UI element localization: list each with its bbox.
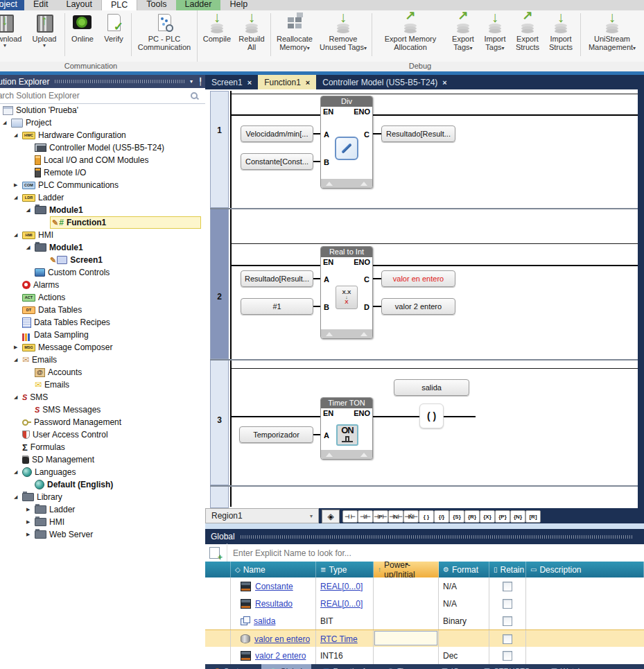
retain-checkbox[interactable] xyxy=(503,634,512,644)
tag-resultado-in[interactable]: Resultado[Result... xyxy=(241,270,313,287)
table-row[interactable]: Constante REAL[0...0] N/A xyxy=(205,577,644,596)
col-description[interactable]: ▭Description xyxy=(526,562,644,577)
tree-item-library[interactable]: ◢Library xyxy=(0,491,205,503)
tag-type-link[interactable]: REAL[0...0] xyxy=(320,582,363,591)
retain-checkbox[interactable] xyxy=(503,651,512,661)
tree-item-data-sampling[interactable]: Data Sampling xyxy=(0,329,205,341)
tree-item-controller-model[interactable]: Controller Model (US5-B5-T24) xyxy=(0,141,205,154)
tree-item-hmi-module1[interactable]: ◢Module1 xyxy=(0,241,205,254)
tree-item-custom-controls[interactable]: Custom Controls xyxy=(0,266,205,279)
tree-item-languages[interactable]: ◢Languages xyxy=(0,466,205,478)
rebuild-all-button[interactable]: ↓ Rebuild All xyxy=(234,12,269,51)
tree-item-screen1[interactable]: ✎Screen1 xyxy=(0,254,205,266)
ladder-tool-contact-n[interactable]: ⊣N⊢ xyxy=(388,510,403,523)
tag-temporizador[interactable]: Temporizador xyxy=(239,426,313,443)
collapse-arrow-icon[interactable] xyxy=(360,453,367,457)
tree-item-sms-messages[interactable]: SSMS Messages xyxy=(0,403,205,416)
export-memory-allocation-button[interactable]: ↗ Export Memory Allocation xyxy=(374,12,447,51)
tree-item-alarms[interactable]: Alarms xyxy=(0,279,205,291)
col-powerup-sorted[interactable]: ▴↑Power-up/Initial xyxy=(374,562,439,577)
collapse-arrow-icon[interactable] xyxy=(360,332,367,336)
panel-menu-caret-icon[interactable]: ▾ xyxy=(190,78,193,85)
powerup-cell[interactable] xyxy=(374,595,439,612)
col-rowselect[interactable] xyxy=(205,562,231,577)
ladder-tool-contact-no[interactable]: ⊣ ⊢ xyxy=(342,510,358,523)
pin-panel-icon[interactable]: ╿ xyxy=(198,78,202,85)
powerup-cell[interactable] xyxy=(374,647,439,664)
tag-name-link[interactable]: Constante xyxy=(255,582,293,591)
tree-item-plc-communications[interactable]: ▶COMPLC Communications xyxy=(0,179,205,191)
tags-tab-system[interactable]: System xyxy=(205,664,259,669)
tag-salida[interactable]: salida xyxy=(394,379,469,396)
verify-button[interactable]: Verify xyxy=(98,12,129,43)
download-button[interactable]: ↓ Download ▾ xyxy=(0,12,26,48)
tag-valor-2-entero[interactable]: valor 2 entero xyxy=(381,298,455,315)
tag-type-link[interactable]: RTC Time xyxy=(320,634,358,644)
tags-tab-global[interactable]: Global xyxy=(261,664,311,669)
tags-tab-ios[interactable]: IOs xyxy=(433,664,472,669)
unistream-management-button[interactable]: ↓ UniStream Management▾ xyxy=(583,12,641,51)
tags-tab-watch[interactable]: Watch xyxy=(542,664,591,669)
compile-button[interactable]: ↓ Compile xyxy=(200,12,234,43)
expander-icon[interactable]: ◢ xyxy=(3,120,11,125)
tag-resultado[interactable]: Resultado[Result... xyxy=(381,125,455,142)
col-format[interactable]: ⚙Format xyxy=(439,562,489,577)
tree-item-remote-io[interactable]: Remote I/O xyxy=(0,166,205,179)
collapse-arrow-icon[interactable] xyxy=(326,182,333,186)
tree-item-user-access-control[interactable]: User Access Control xyxy=(0,428,205,441)
tags-tab-structs[interactable]: STRUCTS xyxy=(475,664,539,669)
expander-icon[interactable]: ◢ xyxy=(26,207,35,213)
ladder-tool-coil-x[interactable]: {X} xyxy=(480,510,495,523)
expander-icon[interactable]: ◢ xyxy=(14,469,22,475)
tags-tab-function1[interactable]: Function1 xyxy=(314,664,375,669)
tree-item-web-server[interactable]: ▶Web Server xyxy=(0,528,205,541)
close-icon[interactable]: × xyxy=(306,78,310,87)
tag-name-link[interactable]: valor en entero xyxy=(254,634,310,644)
tab-tools[interactable]: Tools xyxy=(137,0,175,10)
tab-layout[interactable]: Layout xyxy=(57,0,101,10)
col-name[interactable]: ◇Name xyxy=(231,562,316,577)
import-structs-button[interactable]: ↓ Import Structs xyxy=(544,12,577,51)
tree-item-library-ladder[interactable]: ▶Ladder xyxy=(0,503,205,516)
ladder-tool-coil-reset[interactable]: {R} xyxy=(464,510,480,523)
tree-item-local-io[interactable]: Local I/O and COM Modules xyxy=(0,154,205,166)
region-select[interactable]: Region1▾ xyxy=(205,508,319,523)
expander-icon[interactable]: ▶ xyxy=(26,532,35,537)
table-row[interactable]: Resultado REAL[0...0] N/A xyxy=(205,595,644,613)
tree-item-project[interactable]: ◢Project xyxy=(0,116,205,129)
expander-icon[interactable]: ◢ xyxy=(14,232,22,238)
ladder-tool-coil-set[interactable]: {S} xyxy=(449,510,464,523)
rung4-gutter[interactable] xyxy=(210,485,229,508)
add-tag-icon[interactable] xyxy=(209,547,220,559)
close-icon[interactable]: × xyxy=(442,78,446,87)
reallocate-memory-button[interactable]: Reallocate Memory▾ xyxy=(272,12,317,51)
tree-item-sd-management[interactable]: SD Management xyxy=(0,453,205,466)
remove-unused-tags-button[interactable]: ↓ Remove Unused Tags▾ xyxy=(317,12,369,51)
solution-explorer-search-input[interactable] xyxy=(0,91,190,101)
upload-button[interactable]: ↑ Upload ▾ xyxy=(26,12,62,48)
doc-tab-controller-model[interactable]: Controller Model (US5-B5-T24)× xyxy=(316,75,453,89)
powerup-cell-focused[interactable] xyxy=(374,630,439,648)
expander-icon[interactable]: ▶ xyxy=(26,519,35,525)
div-function-block[interactable]: Div ENENO A B C xyxy=(320,96,373,189)
timer-ton-function-block[interactable]: Timer TON ENENO A ON xyxy=(320,397,373,460)
export-tags-button[interactable]: ↗ Export Tags▾ xyxy=(447,12,479,51)
tag-constante[interactable]: Constante[Const... xyxy=(241,153,313,170)
col-type[interactable]: ≣Type xyxy=(316,562,374,577)
tree-item-hardware-configuration[interactable]: ◢HWCHardware Configuration xyxy=(0,129,205,141)
table-row[interactable]: salida BIT Binary xyxy=(205,612,644,630)
expander-icon[interactable]: ◢ xyxy=(14,195,22,200)
tree-item-ladder-module1[interactable]: ◢Module1 xyxy=(0,204,205,216)
tags-tab-timers[interactable]: Timers xyxy=(378,664,429,669)
pointer-mode-button[interactable]: ◈ xyxy=(322,510,340,523)
expander-icon[interactable]: ▶ xyxy=(14,345,22,350)
expander-icon[interactable]: ▶ xyxy=(14,182,22,188)
tree-item-ladder[interactable]: ◢LDRLadder xyxy=(0,191,205,204)
ladder-tool-coil[interactable]: { } xyxy=(419,510,434,523)
retain-checkbox[interactable] xyxy=(503,599,512,609)
retain-checkbox[interactable] xyxy=(503,616,512,626)
ladder-tool-coil-p[interactable]: {P} xyxy=(495,510,510,523)
ladder-tool-contact-p[interactable]: ⊣P⊢ xyxy=(373,510,388,523)
retain-checkbox[interactable] xyxy=(503,582,512,591)
tree-item-accounts[interactable]: @Accounts xyxy=(0,366,205,379)
